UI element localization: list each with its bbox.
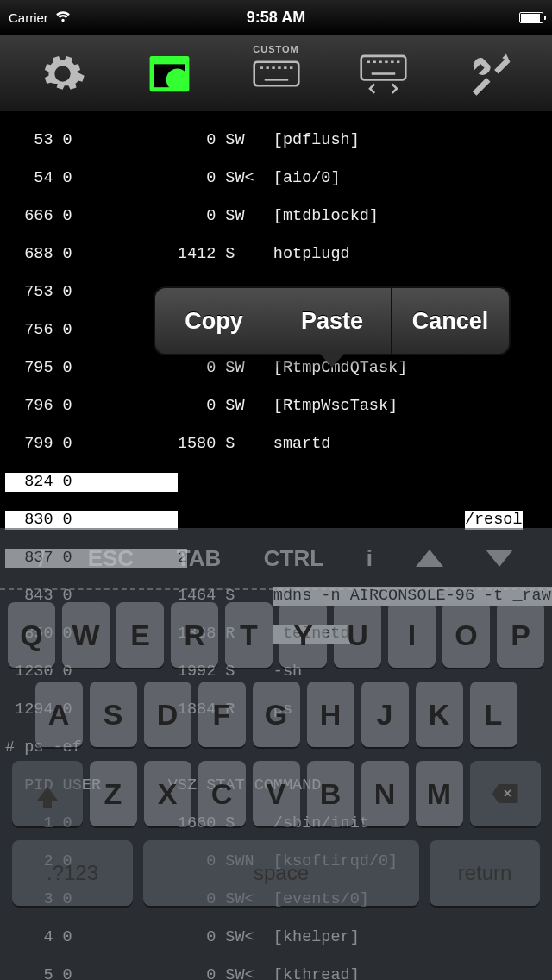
key-h[interactable]: H [307, 682, 354, 747]
browser-button[interactable] [139, 47, 199, 99]
term-line: 795 0 0 SW [RtmpCmdQTask] [5, 359, 552, 378]
key-f[interactable]: F [198, 682, 246, 747]
key-x[interactable]: X [144, 761, 191, 826]
function-key-row: / ESC TAB CTRL i [0, 528, 552, 590]
toolbar: CUSTOM [0, 35, 552, 112]
term-line: 666 0 0 SW [mtdblockd] [5, 207, 552, 226]
svg-rect-3 [254, 61, 298, 85]
svg-point-2 [167, 69, 187, 89]
key-k[interactable]: K [416, 682, 463, 747]
return-key[interactable]: return [430, 840, 540, 906]
arrow-up-key[interactable] [416, 550, 443, 567]
wifi-icon [55, 11, 71, 23]
keyboard-arrows-icon [360, 50, 407, 97]
shift-key[interactable] [12, 761, 83, 826]
custom-keyboard-button[interactable]: CUSTOM [246, 47, 306, 99]
key-i[interactable]: I [388, 602, 436, 668]
tools-icon [467, 50, 514, 97]
custom-keyboard-label: CUSTOM [242, 44, 310, 54]
numeric-key[interactable]: .?123 [12, 840, 133, 906]
key-row-bottom: .?123 space return [5, 840, 547, 914]
key-p[interactable]: P [497, 602, 544, 668]
tab-key[interactable]: TAB [177, 545, 222, 572]
key-z[interactable]: Z [90, 761, 137, 826]
term-line: 830 0 /resol [5, 511, 552, 530]
battery-icon [519, 12, 543, 23]
key-b[interactable]: B [307, 761, 354, 826]
clock: 9:58 AM [0, 9, 552, 27]
key-y[interactable]: Y [279, 602, 327, 668]
settings-button[interactable] [32, 47, 92, 99]
svg-rect-11 [361, 55, 405, 79]
key-row-3: Z X C V B N M × [5, 761, 547, 826]
term-line: 799 0 1580 S smartd [5, 435, 552, 454]
keyboard-icon [253, 50, 300, 97]
carrier-label: Carrier [9, 10, 48, 25]
backspace-icon: × [492, 784, 518, 803]
space-key[interactable]: space [143, 840, 419, 906]
key-row-2: A S D F G H J K L [5, 682, 547, 747]
key-l[interactable]: L [470, 682, 518, 747]
key-o[interactable]: O [442, 602, 490, 668]
ctrl-key[interactable]: CTRL [264, 545, 323, 572]
slash-key[interactable]: / [39, 545, 45, 572]
key-u[interactable]: U [334, 602, 381, 668]
keyboard-toggle-button[interactable] [353, 47, 413, 99]
key-n[interactable]: N [361, 761, 409, 826]
backspace-key[interactable]: × [470, 761, 541, 826]
esc-key[interactable]: ESC [88, 545, 134, 572]
key-row-1: Q W E R T Y U I O P [5, 602, 547, 668]
gear-icon [39, 50, 86, 97]
key-s[interactable]: S [90, 682, 137, 747]
key-g[interactable]: G [253, 682, 300, 747]
keyboard: / ESC TAB CTRL i Q W E R T Y U I O P A S… [0, 528, 552, 980]
term-line: 824 0 [5, 473, 552, 492]
tools-button[interactable] [460, 47, 520, 99]
key-t[interactable]: T [225, 602, 273, 668]
cancel-button[interactable]: Cancel [392, 288, 509, 354]
key-r[interactable]: R [171, 602, 218, 668]
key-c[interactable]: C [198, 761, 246, 826]
key-q[interactable]: Q [8, 602, 55, 668]
context-menu: Copy Paste Cancel [154, 286, 511, 355]
i-key[interactable]: i [367, 545, 373, 572]
copy-button[interactable]: Copy [155, 288, 273, 354]
paste-button[interactable]: Paste [273, 288, 392, 354]
key-m[interactable]: M [416, 761, 463, 826]
term-line: 796 0 0 SW [RtmpWscTask] [5, 397, 552, 416]
term-line: 688 0 1412 S hotplugd [5, 245, 552, 264]
key-e[interactable]: E [116, 602, 164, 668]
key-w[interactable]: W [62, 602, 110, 668]
key-j[interactable]: J [361, 682, 409, 747]
shift-icon [37, 787, 58, 801]
browser-globe-icon [146, 50, 193, 97]
key-v[interactable]: V [253, 761, 300, 826]
arrow-down-key[interactable] [486, 550, 513, 567]
term-line: 54 0 0 SW< [aio/0] [5, 169, 552, 188]
key-a[interactable]: A [35, 682, 83, 747]
key-d[interactable]: D [144, 682, 191, 747]
status-bar: Carrier 9:58 AM [0, 0, 552, 35]
term-line: 53 0 0 SW [pdflush] [5, 131, 552, 150]
